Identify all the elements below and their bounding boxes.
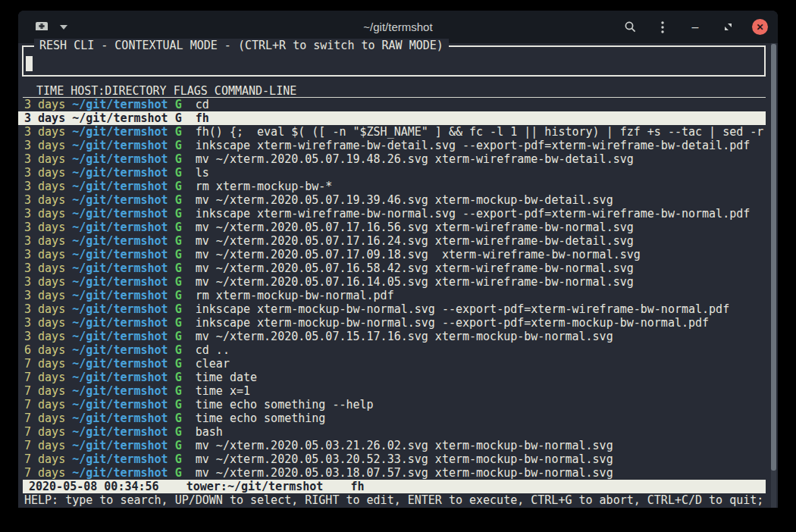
row-age: 6 days: [24, 343, 65, 357]
row-age: 3 days: [24, 316, 65, 330]
row-flags: G: [175, 125, 182, 139]
new-terminal-button[interactable]: [33, 19, 50, 36]
row-flags: G: [175, 425, 182, 439]
history-row[interactable]: 3 days ~/git/termshot G ls: [18, 166, 778, 180]
search-button[interactable]: [622, 19, 638, 36]
row-flags: G: [175, 371, 182, 384]
history-row[interactable]: 3 days ~/git/termshot G rm xterm-mockup-…: [18, 180, 778, 193]
resh-search-frame: RESH CLI - CONTEXTUAL MODE - (CTRL+R to …: [22, 45, 766, 77]
row-flags: G: [175, 193, 182, 207]
history-row[interactable]: 7 days ~/git/termshot G time echo someth…: [18, 398, 778, 412]
history-row[interactable]: 3 days ~/git/termshot G inkscape xterm-w…: [18, 139, 778, 152]
row-age: 3 days: [24, 302, 65, 316]
row-host: ~/git/termshot: [72, 166, 168, 180]
status-bar: 2020-05-08 00:34:56 tower:~/git/termshot…: [23, 480, 766, 493]
history-row[interactable]: 7 days ~/git/termshot G bash: [18, 425, 778, 439]
search-input-line[interactable]: [24, 56, 763, 71]
row-flags: G: [175, 139, 182, 152]
row-command: inkscape xterm-wireframe-bw-detail.svg -…: [196, 139, 751, 152]
history-row[interactable]: 7 days ~/git/termshot G time date: [18, 371, 778, 384]
history-row[interactable]: 7 days ~/git/termshot G mv ~/xterm.2020.…: [18, 452, 778, 466]
history-row[interactable]: 3 days ~/git/termshot G mv ~/xterm.2020.…: [18, 275, 778, 289]
row-host: ~/git/termshot: [72, 275, 168, 289]
row-host: ~/git/termshot: [72, 125, 168, 139]
minimize-button[interactable]: –: [687, 19, 704, 36]
row-host: ~/git/termshot: [72, 439, 168, 452]
history-row[interactable]: 3 days ~/git/termshot G mv ~/xterm.2020.…: [18, 234, 778, 248]
tab-dropdown-button[interactable]: [58, 21, 70, 33]
row-host: ~/git/termshot: [72, 452, 168, 466]
row-flags: G: [175, 275, 182, 289]
history-row[interactable]: 3 days ~/git/termshot G inkscape xterm-m…: [18, 316, 778, 330]
row-host: ~/git/termshot: [72, 139, 168, 152]
row-age: 3 days: [24, 221, 65, 234]
restore-button[interactable]: [719, 19, 736, 36]
row-host: ~/git/termshot: [72, 152, 168, 166]
row-flags: G: [175, 111, 182, 125]
row-command: time echo something: [196, 412, 326, 425]
row-command: mv ~/xterm.2020.05.07.16.14.05.svg xterm…: [196, 275, 634, 289]
history-row[interactable]: 3 days ~/git/termshot G mv ~/xterm.2020.…: [18, 193, 778, 207]
row-command: mv ~/xterm.2020.05.07.19.39.46.svg xterm…: [196, 193, 613, 207]
row-host: ~/git/termshot: [72, 316, 168, 330]
row-command: inkscape xterm-mockup-bw-normal.svg --ex…: [196, 302, 729, 316]
table-header: TIME HOST:DIRECTORY FLAGS COMMAND-LINE: [23, 84, 766, 98]
row-command: inkscape xterm-mockup-bw-normal.svg --ex…: [196, 316, 709, 330]
scrollbar-thumb[interactable]: [771, 44, 776, 471]
text-cursor: [26, 56, 33, 71]
close-button[interactable]: ✕: [752, 19, 768, 35]
row-flags: G: [175, 466, 182, 480]
row-command: time echo something --help: [196, 398, 374, 412]
row-host: ~/git/termshot: [72, 180, 168, 193]
row-flags: G: [175, 316, 182, 330]
history-row[interactable]: 3 days ~/git/termshot G cd: [18, 98, 778, 111]
history-row[interactable]: 3 days ~/git/termshot G mv ~/xterm.2020.…: [18, 330, 778, 343]
history-row[interactable]: 7 days ~/git/termshot G clear: [18, 357, 778, 371]
row-flags: G: [175, 302, 182, 316]
row-age: 3 days: [24, 234, 65, 248]
row-age: 3 days: [24, 166, 65, 180]
history-row[interactable]: 7 days ~/git/termshot G mv ~/xterm.2020.…: [18, 439, 778, 452]
row-age: 7 days: [24, 425, 65, 439]
row-host: ~/git/termshot: [72, 261, 168, 275]
history-row[interactable]: 3 days ~/git/termshot G inkscape xterm-w…: [18, 207, 778, 221]
row-age: 3 days: [24, 152, 65, 166]
menu-button[interactable]: [654, 19, 671, 36]
row-command: mv ~/xterm.2020.05.03.20.52.33.svg xterm…: [196, 452, 613, 466]
help-bar: HELP: type to search, UP/DOWN to select,…: [18, 493, 778, 507]
row-command: cd: [196, 98, 209, 111]
history-row[interactable]: 3 days ~/git/termshot G fh() {; eval $( …: [18, 125, 778, 139]
status-host-dir: tower:~/git/termshot: [186, 480, 324, 493]
row-host: ~/git/termshot: [72, 221, 168, 234]
row-host: ~/git/termshot: [72, 111, 168, 125]
row-flags: G: [175, 439, 182, 452]
scrollbar[interactable]: [771, 43, 776, 508]
new-terminal-icon: [35, 21, 49, 33]
terminal-window: ~/git/termshot –: [18, 11, 778, 508]
row-flags: G: [175, 152, 182, 166]
frame-title: RESH CLI - CONTEXTUAL MODE - (CTRL+R to …: [34, 39, 449, 52]
row-age: 7 days: [24, 439, 65, 452]
terminal-screen[interactable]: RESH CLI - CONTEXTUAL MODE - (CTRL+R to …: [18, 43, 778, 508]
row-flags: G: [175, 412, 182, 425]
row-command: bash: [196, 425, 223, 439]
row-host: ~/git/termshot: [72, 207, 168, 221]
row-age: 3 days: [24, 180, 65, 193]
history-row[interactable]: 3 days ~/git/termshot G fh: [18, 111, 766, 125]
status-cmd: fh: [350, 480, 364, 493]
history-row[interactable]: 3 days ~/git/termshot G mv ~/xterm.2020.…: [18, 152, 778, 166]
row-command: rm xterm-mockup-bw-normal.pdf: [196, 289, 394, 302]
history-row[interactable]: 7 days ~/git/termshot G time x=1: [18, 384, 778, 398]
history-row[interactable]: 3 days ~/git/termshot G mv ~/xterm.2020.…: [18, 248, 778, 261]
row-host: ~/git/termshot: [72, 193, 168, 207]
history-row[interactable]: 3 days ~/git/termshot G mv ~/xterm.2020.…: [18, 261, 778, 275]
history-row[interactable]: 7 days ~/git/termshot G mv ~/xterm.2020.…: [18, 466, 778, 480]
history-row[interactable]: 6 days ~/git/termshot G cd ..: [18, 343, 778, 357]
history-row[interactable]: 3 days ~/git/termshot G rm xterm-mockup-…: [18, 289, 778, 302]
history-row[interactable]: 3 days ~/git/termshot G inkscape xterm-m…: [18, 302, 778, 316]
history-row[interactable]: 7 days ~/git/termshot G time echo someth…: [18, 412, 778, 425]
history-row[interactable]: 3 days ~/git/termshot G mv ~/xterm.2020.…: [18, 221, 778, 234]
row-command: mv ~/xterm.2020.05.07.16.58.42.svg xterm…: [196, 261, 634, 275]
row-age: 3 days: [24, 275, 65, 289]
row-flags: G: [175, 452, 182, 466]
